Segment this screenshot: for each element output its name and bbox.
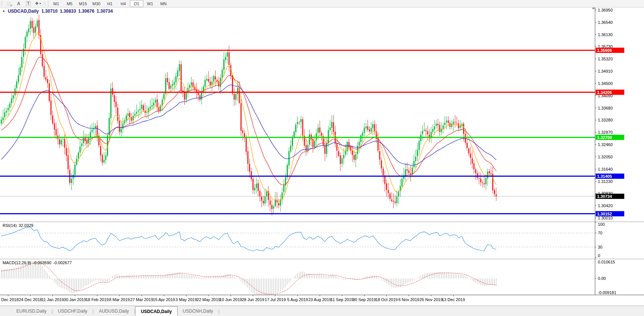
svg-text:25 Nov 2019: 25 Nov 2019 [420, 297, 443, 302]
svg-text:17 Jul 2019: 17 Jul 2019 [265, 297, 286, 302]
timeframe-button-m1[interactable]: M1 [50, 0, 63, 7]
fibonacci-grid-icon: F [7, 1, 12, 6]
horizontal-level-lines [0, 50, 595, 214]
svg-text:11 Jan 2019: 11 Jan 2019 [42, 297, 64, 302]
svg-text:11 Sep 2019: 11 Sep 2019 [331, 297, 354, 302]
svg-text:10 Jun 2019: 10 Jun 2019 [220, 297, 242, 302]
rsi-value: 32.0329 [19, 223, 34, 228]
svg-text:1.31405: 1.31405 [597, 174, 612, 178]
svg-text:1.33280: 1.33280 [598, 118, 613, 122]
svg-text:18 Feb 2019: 18 Feb 2019 [86, 297, 109, 302]
svg-text:30: 30 [598, 245, 602, 249]
svg-text:1.35606: 1.35606 [597, 48, 612, 53]
svg-text:15 Apr 2019: 15 Apr 2019 [153, 297, 175, 302]
high-value: 1.30833 [60, 9, 76, 14]
moving-average-ema-medium [1, 57, 496, 185]
macd-name: MACD(12,26,9) [3, 260, 31, 265]
timeframe-buttons-group: M1M5M15M30H1H4D1W1MN [50, 0, 170, 7]
symbol-tab-audusd[interactable]: AUDUSD,Daily [94, 306, 134, 316]
moving-average-ema-slow [1, 85, 496, 165]
svg-text:8 Mar 2019: 8 Mar 2019 [109, 297, 130, 302]
svg-text:1.36130: 1.36130 [598, 32, 613, 37]
svg-text:6 Nov 2019: 6 Nov 2019 [398, 297, 419, 302]
timeframe-button-h4[interactable]: H4 [117, 0, 130, 7]
svg-text:0: 0 [598, 253, 600, 258]
svg-text:1.32050: 1.32050 [598, 155, 613, 159]
chart-dropdown-arrow-icon[interactable]: ▼ [2, 10, 5, 13]
timeframe-button-d1[interactable]: D1 [130, 0, 143, 7]
macd-main-value: -0.003590 [33, 260, 51, 265]
svg-text:18 Oct 2019: 18 Oct 2019 [376, 297, 398, 302]
svg-text:24 Dec 2018: 24 Dec 2018 [19, 297, 42, 302]
label-icon: T [26, 1, 31, 6]
text-icon: A [17, 1, 20, 6]
svg-text:1.30152: 1.30152 [597, 212, 612, 216]
timeframe-button-m5[interactable]: M5 [63, 0, 76, 7]
label-tool[interactable]: T [23, 0, 33, 7]
rsi-indicator-label: RSI(14) 32.0329 [3, 223, 34, 228]
macd-indicator-label: MACD(12,26,9) -0.003590 -0.002677 [3, 260, 72, 265]
svg-text:1.35320: 1.35320 [598, 57, 613, 61]
svg-text:3 May 2019: 3 May 2019 [176, 297, 197, 302]
chart-symbol-period: USDCAD,Daily [8, 9, 39, 14]
tab-separator: | [218, 306, 219, 316]
timeframe-button-m30[interactable]: M30 [90, 0, 103, 7]
svg-text:1.30734: 1.30734 [597, 194, 612, 199]
rsi-line [1, 227, 496, 251]
chevron-down-icon: ▾ [39, 2, 41, 5]
ohlc-values: 1.30710 1.30833 1.30676 1.30734 [41, 9, 113, 14]
open-value: 1.30710 [41, 9, 57, 14]
symbol-tab-usdcad[interactable]: USDCAD,Daily [135, 306, 177, 316]
svg-text:1.34910: 1.34910 [598, 69, 613, 73]
svg-text:5 Aug 2019: 5 Aug 2019 [287, 297, 308, 302]
chart-canvas[interactable]: 1.369501.365401.361301.357301.353201.349… [0, 0, 644, 316]
ema-medium-line [1, 57, 496, 185]
macd-histogram [1, 261, 496, 295]
timeframe-button-m15[interactable]: M15 [76, 0, 90, 7]
symbol-tab-usdcnh[interactable]: USDCNH,Daily [178, 306, 218, 316]
svg-text:1.30010: 1.30010 [598, 216, 613, 220]
text-tool[interactable]: A [14, 0, 23, 7]
svg-text:1.31230: 1.31230 [598, 179, 613, 184]
top-toolbar: FAT❖▾ M1M5M15M30H1H4D1W1MN [0, 0, 644, 7]
symbol-tab-usdchf[interactable]: USDCHF,Daily [53, 306, 93, 316]
svg-text:27 Mar 2019: 27 Mar 2019 [130, 297, 153, 302]
svg-text:1.36950: 1.36950 [598, 8, 613, 12]
svg-text:1.32460: 1.32460 [598, 142, 613, 147]
svg-text:1.34500: 1.34500 [598, 81, 613, 86]
symbol-tab-eurusd[interactable]: EURUSD,Daily [11, 306, 52, 316]
svg-text:100: 100 [598, 222, 605, 227]
svg-text:1.33680: 1.33680 [598, 106, 613, 110]
symbol-tab-bar: EURUSD,Daily|USDCHF,Daily|AUDUSD,Daily|U… [0, 306, 644, 316]
time-axis: 5 Dec 201824 Dec 201811 Jan 201930 Jan 2… [0, 295, 465, 302]
svg-text:70: 70 [598, 231, 602, 235]
ema-slow-line [1, 85, 496, 165]
svg-text:0.010615: 0.010615 [598, 260, 615, 264]
svg-text:1.31640: 1.31640 [598, 167, 613, 171]
toolbar-grip[interactable] [1, 1, 3, 6]
macd-signal-line [1, 262, 496, 294]
svg-text:1.36540: 1.36540 [598, 20, 613, 25]
chart-title: ▼ USDCAD,Daily 1.30710 1.30833 1.30676 1… [2, 9, 113, 14]
svg-text:5 Dec 2018: 5 Dec 2018 [0, 297, 19, 302]
drawing-tools-group: FAT❖▾ [4, 0, 43, 7]
svg-text:22 May 2019: 22 May 2019 [197, 297, 220, 302]
svg-text:23 Aug 2019: 23 Aug 2019 [308, 297, 331, 302]
toolbar-grip[interactable] [44, 1, 45, 6]
timeframe-button-w1[interactable]: W1 [143, 0, 157, 7]
arrows-icon: ❖ [35, 1, 38, 6]
svg-text:-0.009181: -0.009181 [598, 290, 616, 295]
rsi-name: RSI(14) [3, 223, 17, 228]
timeframe-button-mn[interactable]: MN [157, 0, 170, 7]
candles-layer [1, 15, 497, 215]
svg-text:30 Jan 2019: 30 Jan 2019 [64, 297, 86, 302]
arrows-tool[interactable]: ❖▾ [33, 0, 43, 7]
svg-text:1.32700: 1.32700 [597, 135, 612, 140]
timeframe-button-h1[interactable]: H1 [103, 0, 117, 7]
macd-signal-value: -0.002677 [53, 260, 72, 265]
low-value: 1.30676 [78, 9, 94, 14]
svg-text:1.32870: 1.32870 [598, 130, 613, 135]
svg-text:13 Dec 2019: 13 Dec 2019 [442, 297, 465, 302]
svg-text:1.30420: 1.30420 [598, 203, 613, 208]
fibonacci-tool[interactable]: F [4, 0, 14, 7]
